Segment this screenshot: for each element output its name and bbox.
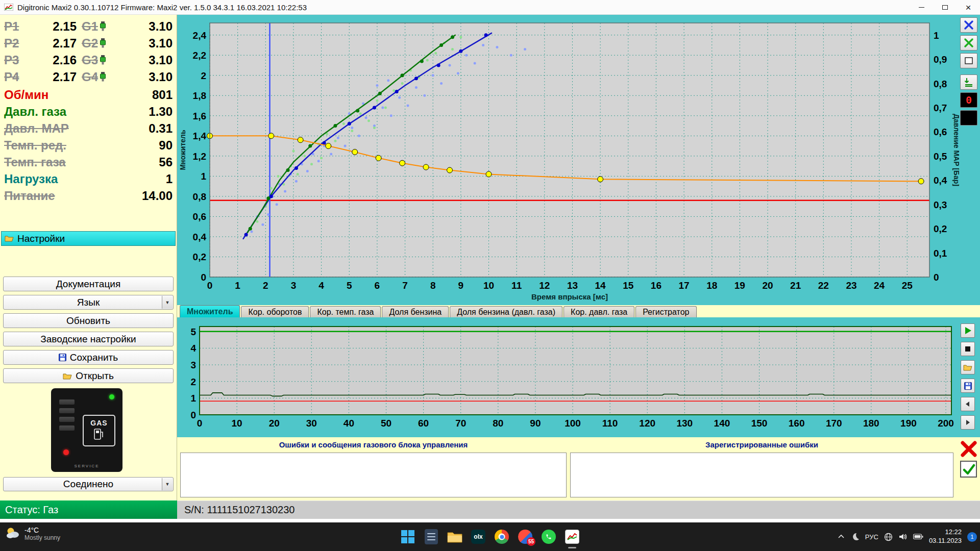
language-combo[interactable]: Язык▼ — [3, 295, 174, 310]
notification-badge[interactable]: 1 — [967, 532, 977, 542]
svg-text:120: 120 — [639, 418, 655, 429]
confirm-errors-button[interactable] — [960, 461, 977, 478]
save-button[interactable]: Сохранить — [3, 350, 174, 365]
tab-petrol-share-gas-pressure[interactable]: Доля бензина (давл. газа) — [450, 306, 562, 317]
app-logo-icon — [4, 4, 13, 11]
svg-text:0,2: 0,2 — [193, 252, 206, 262]
minimize-button[interactable] — [910, 0, 933, 15]
recorder-save-button[interactable] — [961, 379, 975, 393]
svg-text:0,7: 0,7 — [934, 103, 947, 113]
sensor-row: P12.15G13.10 — [4, 18, 173, 35]
recorder-open-button[interactable] — [961, 360, 975, 374]
messages-panel: Ошибки и сообщения газового блока управл… — [177, 437, 980, 500]
svg-text:0: 0 — [190, 410, 196, 420]
tray-chevron-up-icon[interactable] — [838, 534, 845, 539]
menu-label: Сохранить — [70, 352, 118, 363]
settings-button[interactable]: Настройки — [1, 231, 176, 246]
svg-text:13: 13 — [567, 280, 578, 291]
tab-petrol-share[interactable]: Доля бензина — [382, 306, 449, 317]
level-bar — [59, 417, 75, 422]
svg-text:3: 3 — [291, 280, 297, 291]
connection-combo[interactable]: Соединено ▼ — [3, 477, 174, 491]
close-button[interactable]: × — [957, 0, 980, 15]
volume-icon[interactable] — [898, 533, 908, 541]
tab-rpm-correction[interactable]: Кор. оборотов — [241, 306, 309, 317]
weather-desc: Mostly sunny — [24, 534, 60, 541]
close-blue-button[interactable] — [960, 17, 977, 33]
taskbar: -4°C Mostly sunny olx55 РУС 12:22 — [0, 522, 980, 551]
system-tray: РУС 12:22 03.11.2023 1 — [838, 522, 977, 551]
recorder-toolbar — [959, 323, 979, 434]
segment-display-red[interactable]: 0 — [960, 92, 977, 108]
svg-text:0,8: 0,8 — [934, 79, 947, 89]
tab-gas-pressure-correction[interactable]: Кор. давл. газа — [564, 306, 634, 317]
clock[interactable]: 12:22 03.11.2023 — [929, 528, 962, 545]
status-gas: Статус: Газ — [0, 500, 177, 519]
network-globe-icon[interactable] — [884, 533, 893, 541]
folder-icon — [447, 531, 462, 543]
injector-icon — [100, 72, 106, 82]
window-frame-button[interactable] — [960, 53, 977, 68]
folder-open-icon — [963, 364, 972, 371]
update-button[interactable]: Обновить — [3, 313, 174, 328]
gas-switch-button[interactable]: GAS — [83, 415, 115, 446]
svg-text:Время впрыска [мс]: Время впрыска [мс] — [531, 292, 608, 301]
taskbar-whatsapp-button[interactable] — [538, 524, 559, 549]
sensor-row: Давл. MAP0.31 — [4, 120, 173, 137]
factory-settings-button[interactable]: Заводские настройки — [3, 332, 174, 346]
taskbar-olx-button[interactable]: olx — [468, 524, 488, 549]
minimize-icon — [919, 7, 924, 8]
svg-text:Давление MAP [Бар]: Давление MAP [Бар] — [952, 114, 959, 186]
svg-text:0,1: 0,1 — [934, 248, 947, 259]
connection-value: Соединено — [63, 479, 113, 490]
svg-text:14: 14 — [595, 280, 606, 291]
open-button[interactable]: Открыть — [3, 368, 174, 383]
transfer-button[interactable] — [960, 74, 977, 90]
keyboard-language[interactable]: РУС — [865, 533, 878, 541]
dropdown-arrow-icon[interactable]: ▼ — [162, 478, 173, 490]
segment-display-off[interactable] — [960, 110, 977, 126]
close-green-button[interactable] — [960, 35, 977, 51]
tab-label: Кор. темп. газа — [317, 308, 374, 317]
tab-gas-temp-correction[interactable]: Кор. темп. газа — [310, 306, 381, 317]
clear-errors-button[interactable] — [959, 439, 978, 459]
recorder-scroll-left-button[interactable] — [961, 397, 975, 411]
registered-errors-box[interactable] — [570, 453, 953, 497]
tab-multiplier[interactable]: Множитель — [180, 305, 240, 317]
main-chart[interactable]: 0123456789101112131415161718192021222324… — [178, 17, 959, 303]
tab-label: Множитель — [187, 307, 233, 316]
recorder-chart[interactable]: 0102030405060708090100110120130140150160… — [178, 323, 955, 436]
recorder-stop-button[interactable] — [961, 342, 975, 356]
taskbar-explorer-button[interactable] — [445, 524, 465, 549]
svg-text:2,2: 2,2 — [193, 50, 206, 61]
svg-text:20: 20 — [269, 418, 280, 429]
tab-recorder[interactable]: Регистратор — [635, 306, 696, 317]
dropdown-arrow-icon[interactable]: ▼ — [162, 296, 173, 309]
window-controls: × — [910, 0, 980, 15]
taskbar-digitronic-button[interactable] — [562, 524, 582, 549]
svg-text:80: 80 — [493, 418, 503, 429]
svg-text:10: 10 — [232, 418, 242, 429]
ecu-messages-box[interactable] — [180, 453, 567, 497]
battery-icon[interactable] — [913, 534, 923, 540]
svg-text:7: 7 — [402, 280, 408, 291]
taskbar-start-button[interactable] — [398, 524, 418, 549]
recorder-scroll-right-button[interactable] — [961, 415, 975, 430]
whatsapp-icon — [542, 530, 556, 544]
recorder-play-button[interactable] — [961, 323, 975, 338]
sensor-row: P32.16G33.10 — [4, 52, 173, 68]
weather-widget[interactable]: -4°C Mostly sunny — [5, 526, 60, 541]
documentation-button[interactable]: Документация — [3, 277, 174, 291]
svg-text:1,2: 1,2 — [193, 151, 206, 162]
svg-text:170: 170 — [826, 418, 842, 429]
svg-text:0,4: 0,4 — [193, 232, 207, 242]
taskbar-chrome-button[interactable] — [492, 524, 512, 549]
sensor-row: P22.17G23.10 — [4, 35, 173, 52]
maximize-button[interactable] — [933, 0, 957, 15]
do-not-disturb-icon[interactable] — [850, 532, 860, 541]
svg-text:0,3: 0,3 — [934, 199, 947, 210]
sensor-row: Питание14.00 — [4, 187, 173, 204]
sensor-label: Питание — [4, 189, 55, 203]
taskbar-messenger-button[interactable]: 55 — [515, 524, 535, 549]
taskbar-notepad-button[interactable] — [421, 524, 442, 549]
